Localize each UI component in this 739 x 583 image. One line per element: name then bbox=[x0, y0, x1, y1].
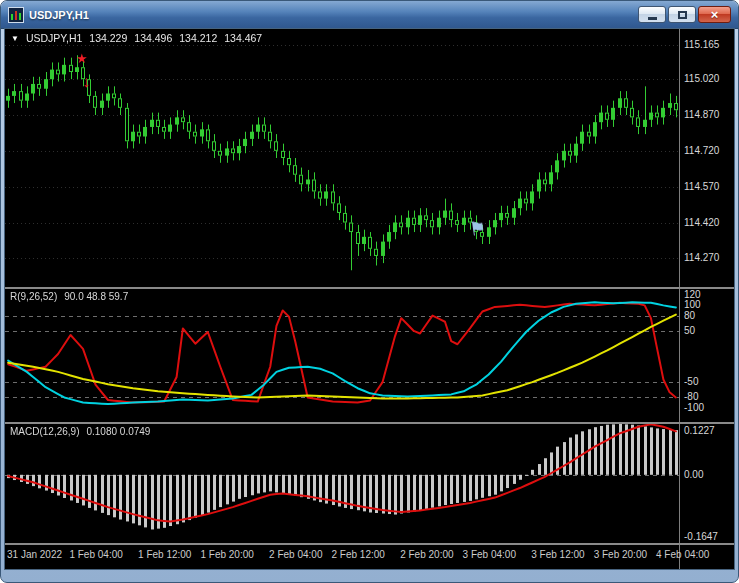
chart-content: 115.165115.020114.870114.720114.570114.4… bbox=[4, 28, 735, 570]
time-axis-label: 31 Jan 2022 bbox=[7, 549, 62, 560]
price-chart-canvas[interactable] bbox=[5, 29, 679, 287]
maximize-button[interactable] bbox=[668, 6, 696, 23]
close-button[interactable]: × bbox=[698, 6, 731, 23]
price-axis-label: 114.570 bbox=[684, 181, 719, 192]
time-axis-label: 1 Feb 04:00 bbox=[69, 549, 122, 560]
oscillator-axis-label: 80 bbox=[684, 310, 695, 321]
oscillator-canvas[interactable] bbox=[5, 289, 679, 422]
time-axis-label: 2 Feb 12:00 bbox=[332, 549, 385, 560]
price-axis-label: 115.020 bbox=[684, 73, 719, 84]
macd-panel: 0.12270.00-0.1647 MACD(12,26,9) 0.1080 0… bbox=[5, 424, 734, 543]
ohlc-high: 134.496 bbox=[134, 32, 172, 44]
ohlc-low: 134.212 bbox=[179, 32, 217, 44]
oscillator-values: 90.0 48.8 59.7 bbox=[64, 291, 128, 302]
time-axis-label: 3 Feb 12:00 bbox=[531, 549, 584, 560]
close-icon: × bbox=[711, 8, 719, 21]
macd-name: MACD(12,26,9) bbox=[10, 426, 79, 437]
buy-flag-marker[interactable]: ⚑ bbox=[468, 218, 488, 239]
time-axis-label: 3 Feb 04:00 bbox=[463, 549, 516, 560]
time-axis-label: 2 Feb 04:00 bbox=[269, 549, 322, 560]
chart-symbol-period: USDJPY,H1 bbox=[26, 32, 82, 44]
macd-canvas[interactable] bbox=[5, 424, 679, 543]
price-axis-label: 114.870 bbox=[684, 109, 719, 120]
maximize-icon bbox=[678, 11, 687, 19]
macd-values: 0.1080 0.0749 bbox=[86, 426, 150, 437]
oscillator-panel: 1201008050-50-80-100 R(9,26,52) 90.0 48.… bbox=[5, 289, 734, 422]
oscillator-axis-label: 50 bbox=[684, 325, 695, 336]
chart-header: ▼ USDJPY,H1 134.229 134.496 134.212 134.… bbox=[11, 32, 262, 44]
oscillator-label: R(9,26,52) 90.0 48.8 59.7 bbox=[10, 291, 128, 302]
macd-axis[interactable]: 0.12270.00-0.1647 bbox=[679, 424, 734, 543]
macd-label: MACD(12,26,9) 0.1080 0.0749 bbox=[10, 426, 150, 437]
macd-axis-label: 0.00 bbox=[684, 469, 703, 480]
time-axis-label: 2 Feb 20:00 bbox=[400, 549, 453, 560]
price-axis-label: 114.270 bbox=[684, 252, 719, 263]
price-panel: 115.165115.020114.870114.720114.570114.4… bbox=[5, 29, 734, 287]
time-axis-label: 1 Feb 12:00 bbox=[138, 549, 191, 560]
mt4-chart-window: USDJPY,H1 × 115.165115.020114.870114.720… bbox=[0, 0, 739, 583]
macd-axis-label: 0.1227 bbox=[684, 425, 715, 436]
sell-arrow-marker[interactable]: ↓ bbox=[82, 74, 90, 90]
ohlc-close: 134.467 bbox=[224, 32, 262, 44]
macd-axis-label: -0.1647 bbox=[684, 531, 718, 542]
window-icon[interactable] bbox=[8, 7, 24, 23]
quick-trade-arrow-icon[interactable]: ▼ bbox=[11, 34, 19, 43]
minimize-icon bbox=[648, 17, 657, 20]
price-axis-label: 115.165 bbox=[684, 39, 719, 50]
minimize-button[interactable] bbox=[638, 6, 666, 23]
time-axis-label: 3 Feb 20:00 bbox=[594, 549, 647, 560]
price-axis-label: 114.720 bbox=[684, 145, 719, 156]
time-axis[interactable]: 31 Jan 20221 Feb 04:001 Feb 12:001 Feb 2… bbox=[5, 545, 734, 569]
oscillator-name: R(9,26,52) bbox=[10, 291, 57, 302]
price-axis[interactable]: 115.165115.020114.870114.720114.570114.4… bbox=[679, 29, 734, 287]
window-title: USDJPY,H1 bbox=[29, 9, 89, 21]
oscillator-axis-label: -50 bbox=[684, 376, 698, 387]
oscillator-axis[interactable]: 1201008050-50-80-100 bbox=[679, 289, 734, 422]
ohlc-open: 134.229 bbox=[89, 32, 127, 44]
oscillator-axis-label: -100 bbox=[684, 402, 704, 413]
time-axis-label: 1 Feb 20:00 bbox=[200, 549, 253, 560]
price-axis-label: 114.420 bbox=[684, 217, 719, 228]
window-controls: × bbox=[638, 6, 731, 23]
time-axis-label: 4 Feb 04:00 bbox=[656, 549, 709, 560]
sell-star-marker[interactable]: ★ bbox=[76, 52, 88, 65]
title-bar[interactable]: USDJPY,H1 × bbox=[1, 1, 738, 29]
